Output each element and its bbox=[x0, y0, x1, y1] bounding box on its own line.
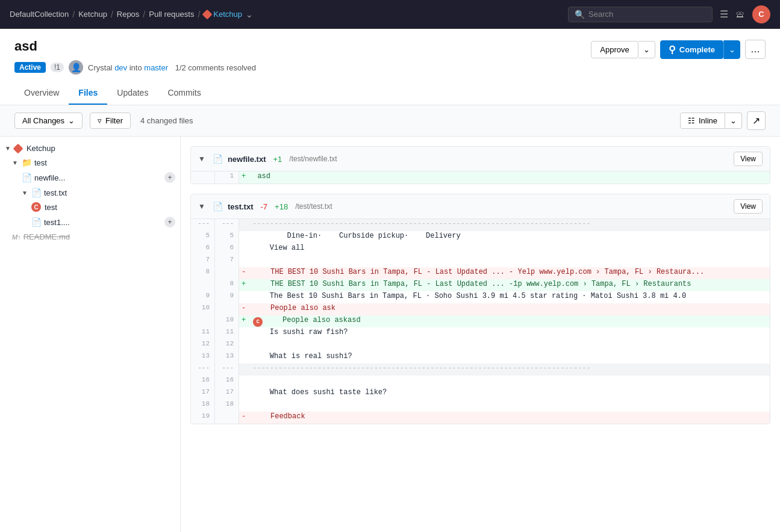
nav-repos[interactable]: Repos bbox=[117, 10, 140, 19]
more-options-button[interactable]: … bbox=[745, 40, 766, 59]
diff-deletions-test-txt: -7 bbox=[261, 202, 268, 211]
diff-filepath-newfile: /test/newfile.txt bbox=[289, 155, 337, 163]
diff-line-6: 6 6 View all bbox=[191, 243, 770, 255]
all-changes-chevron-icon: ⌄ bbox=[68, 116, 75, 125]
file-icon-diff-newfile: 📄 bbox=[213, 154, 223, 164]
collapse-test-txt-icon[interactable]: ▼ bbox=[198, 202, 205, 211]
diff-block-header-newfile: ▼ 📄 newfile.txt +1 /test/newfile.txt Vie… bbox=[191, 147, 770, 172]
diff-toolbar: All Changes ⌄ ▿ Filter 4 changed files ☷… bbox=[0, 105, 780, 137]
tree-label-readme: README.md bbox=[23, 232, 175, 241]
chevron-down-icon-folder[interactable]: ▼ bbox=[12, 159, 18, 166]
inline-icon: ☷ bbox=[688, 116, 695, 125]
line-num-right-newfile-1: 1 bbox=[215, 172, 239, 184]
line-content-newfile-1: asd bbox=[248, 172, 770, 184]
tab-commits[interactable]: Commits bbox=[158, 82, 210, 105]
tree-label-test-folder: test bbox=[34, 158, 175, 167]
tree-item-readme[interactable]: M↑ README.md bbox=[0, 230, 180, 244]
tree-item-test-txt[interactable]: ▼ 📄 test.txt bbox=[0, 185, 180, 200]
tree-label-newfile: newfile... bbox=[34, 173, 162, 182]
nav-ketchup-org[interactable]: Ketchup bbox=[78, 10, 107, 19]
diff-line-13: 13 13 What is real sushi? bbox=[191, 351, 770, 363]
pr-actions: Approve ⌄ ⚲ Complete ⌄ … bbox=[591, 40, 766, 59]
repo-icon bbox=[13, 143, 23, 153]
tree-item-ketchup[interactable]: ▼ Ketchup bbox=[0, 141, 180, 155]
top-navigation: DefaultCollection / Ketchup / Repos / Pu… bbox=[0, 0, 780, 29]
bag-icon[interactable]: 🛎 bbox=[735, 9, 745, 20]
pr-header-row: asd Approve ⌄ ⚲ Complete ⌄ … bbox=[14, 39, 766, 60]
diff-block-test-txt: ▼ 📄 test.txt -7 +18 /test/test.txt View … bbox=[190, 194, 770, 424]
approve-dropdown-button[interactable]: ⌄ bbox=[638, 41, 655, 58]
list-icon[interactable]: ☰ bbox=[720, 8, 728, 20]
file-icon-diff-test-txt: 📄 bbox=[213, 202, 223, 211]
diff-line-12: 12 12 bbox=[191, 339, 770, 351]
comment-count-badge: !1 bbox=[51, 63, 64, 72]
complete-merge-icon: ⚲ bbox=[669, 44, 676, 55]
user-avatar[interactable]: C bbox=[752, 5, 770, 23]
tree-item-test-comment[interactable]: C test bbox=[0, 200, 180, 214]
tree-item-test1[interactable]: 📄 test1.... + bbox=[0, 214, 180, 230]
breadcrumb-sep-3: / bbox=[143, 10, 145, 19]
view-test-txt-button[interactable]: View bbox=[734, 199, 763, 214]
diff-additions-newfile: +1 bbox=[273, 155, 282, 164]
newfile-add-button[interactable]: + bbox=[164, 172, 175, 183]
file-icon-test1: 📄 bbox=[31, 217, 42, 227]
diff-line-sep-1: --- --- --------------------------------… bbox=[191, 219, 770, 231]
chevron-down-icon-test-txt[interactable]: ▼ bbox=[22, 190, 28, 196]
diff-filename-newfile: newfile.txt bbox=[228, 155, 266, 164]
tab-files[interactable]: Files bbox=[69, 82, 107, 105]
diff-line-newfile-1: 1 + asd bbox=[191, 172, 770, 184]
approve-button[interactable]: Approve bbox=[591, 41, 638, 58]
repo-diamond-icon bbox=[202, 9, 213, 19]
pr-meta: Active !1 👤 Crystal dev into master 1/2 … bbox=[14, 60, 766, 75]
expand-button[interactable]: ↗ bbox=[747, 111, 766, 130]
test1-add-button[interactable]: + bbox=[164, 217, 175, 227]
author-avatar: 👤 bbox=[69, 60, 83, 75]
line-num-left-newfile-1 bbox=[191, 172, 215, 184]
view-newfile-button[interactable]: View bbox=[734, 152, 763, 166]
target-branch-link[interactable]: master bbox=[144, 63, 168, 72]
filter-button[interactable]: ▿ Filter bbox=[90, 113, 131, 129]
collapse-newfile-icon[interactable]: ▼ bbox=[198, 155, 205, 163]
topnav-right: 🔍 ☰ 🛎 C bbox=[568, 5, 770, 23]
diff-view-options: ☷ Inline ⌄ ↗ bbox=[680, 111, 766, 130]
folder-icon: 📁 bbox=[22, 158, 32, 167]
diff-additions-test-txt: +18 bbox=[275, 202, 288, 211]
diff-filename-test-txt: test.txt bbox=[228, 202, 254, 211]
complete-button[interactable]: ⚲ Complete bbox=[660, 40, 723, 59]
tab-overview[interactable]: Overview bbox=[14, 82, 69, 105]
diff-line-10-removed: 10 - People also ask bbox=[191, 303, 770, 315]
inline-comment-avatar: C bbox=[253, 317, 263, 327]
tree-item-test-folder[interactable]: ▼ 📁 test bbox=[0, 155, 180, 170]
all-changes-button[interactable]: All Changes ⌄ bbox=[14, 113, 83, 129]
inline-view-button[interactable]: ☷ Inline bbox=[680, 113, 725, 129]
breadcrumb-sep-1: / bbox=[72, 10, 75, 19]
filter-icon: ▿ bbox=[98, 116, 102, 125]
breadcrumb-sep-2: / bbox=[111, 10, 113, 19]
line-content-sep-1: ----------------------------------------… bbox=[248, 219, 770, 231]
search-input[interactable] bbox=[588, 10, 697, 19]
nav-repo-ketchup[interactable]: Ketchup bbox=[204, 10, 242, 19]
inline-view-dropdown-button[interactable]: ⌄ bbox=[725, 113, 742, 129]
file-icon-readme: M↑ bbox=[12, 234, 21, 241]
line-prefix-newfile-1: + bbox=[239, 172, 248, 184]
pr-meta-text: Crystal dev into master 1/2 comments res… bbox=[88, 63, 256, 72]
nav-pull-requests[interactable]: Pull requests bbox=[149, 10, 194, 19]
main-layout: ▼ Ketchup ▼ 📁 test 📄 newfile... + ▼ 📄 te… bbox=[0, 137, 780, 532]
search-box[interactable]: 🔍 bbox=[568, 7, 713, 22]
complete-dropdown-button[interactable]: ⌄ bbox=[723, 40, 740, 59]
pr-header: asd Approve ⌄ ⚲ Complete ⌄ … Active !1 👤… bbox=[0, 29, 780, 105]
diff-line-9: 9 9 The Best 10 Sushi Bars in Tampa, FL … bbox=[191, 291, 770, 303]
tree-label-test-txt: test.txt bbox=[44, 188, 175, 197]
diff-line-17: 17 17 What does sushi taste like? bbox=[191, 388, 770, 400]
diff-line-sep-2: --- --- --------------------------------… bbox=[191, 363, 770, 376]
chevron-down-icon[interactable]: ▼ bbox=[5, 145, 11, 152]
repo-dropdown-icon[interactable]: ⌄ bbox=[246, 10, 253, 19]
pr-title: asd bbox=[14, 39, 37, 54]
tree-item-newfile[interactable]: 📄 newfile... + bbox=[0, 170, 180, 185]
source-branch-link[interactable]: dev bbox=[114, 63, 127, 72]
diff-filepath-test-txt: /test/test.txt bbox=[295, 202, 332, 211]
nav-default-collection[interactable]: DefaultCollection bbox=[10, 10, 69, 19]
tab-updates[interactable]: Updates bbox=[107, 82, 158, 105]
approve-group: Approve ⌄ bbox=[591, 41, 655, 58]
search-icon: 🔍 bbox=[575, 10, 585, 19]
